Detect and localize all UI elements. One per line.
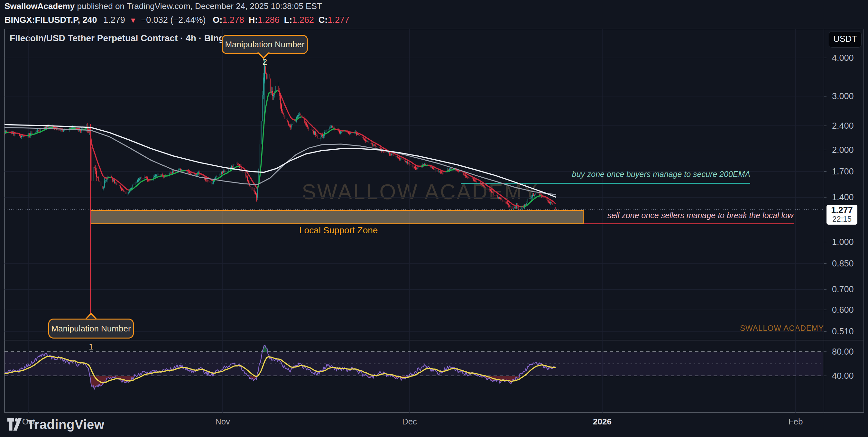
tradingview-logo-text: TradingView bbox=[27, 417, 104, 432]
buy-zone-note[interactable]: buy zone once buyers manage to secure 20… bbox=[572, 169, 750, 179]
callout-manipulation-1[interactable]: Manipulation Number 1 bbox=[48, 319, 134, 339]
tradingview-published-chart: SwallowAcademy published on TradingView.… bbox=[0, 0, 868, 437]
tradingview-logo-icon bbox=[7, 418, 23, 431]
callout-manipulation-2[interactable]: Manipulation Number 2 bbox=[222, 35, 308, 54]
callout-1-pointer-inner bbox=[87, 314, 96, 319]
tradingview-logo[interactable]: TradingView bbox=[7, 417, 104, 432]
badge-countdown: 22:15 bbox=[827, 215, 857, 224]
badge-price: 1.277 bbox=[827, 205, 857, 215]
callout-2-pointer-inner bbox=[259, 53, 268, 57]
support-zone-label[interactable]: Local Support Zone bbox=[299, 225, 378, 236]
current-price-badge: 1.277 22:15 bbox=[827, 205, 857, 225]
currency-toggle-button[interactable]: USDT bbox=[829, 31, 862, 48]
sell-zone-note[interactable]: sell zone once sellers manage to break t… bbox=[608, 211, 793, 220]
